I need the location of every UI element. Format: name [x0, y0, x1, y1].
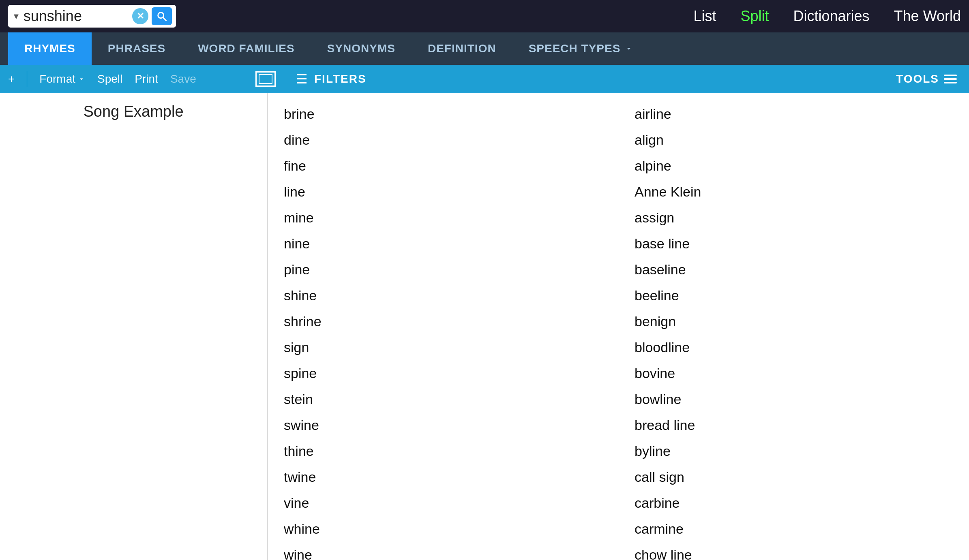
- rhyme-item[interactable]: wine: [284, 542, 602, 560]
- rhyme-item[interactable]: base line: [635, 231, 953, 257]
- editor-panel: Song Example: [0, 93, 268, 560]
- rhyme-item[interactable]: assign: [635, 205, 953, 231]
- spell-button[interactable]: Spell: [97, 73, 122, 85]
- tab-definition[interactable]: DEFINITION: [412, 32, 512, 65]
- rhyme-item[interactable]: shrine: [284, 309, 602, 335]
- tools-menu-icon[interactable]: [944, 75, 957, 83]
- rhyme-item[interactable]: chow line: [635, 542, 953, 560]
- tab-synonyms[interactable]: SYNONYMS: [311, 32, 412, 65]
- tab-speech-types[interactable]: SPEECH TYPES: [512, 32, 650, 65]
- toolbar-row: + Format Spell Print Save ☰ FILTERS TOOL…: [0, 65, 969, 93]
- rhymes-panel: brinedinefinelinemineninepineshineshrine…: [268, 93, 969, 560]
- tab-rhymes[interactable]: RHYMES: [8, 32, 92, 65]
- rhyme-item[interactable]: dine: [284, 127, 602, 153]
- save-button[interactable]: Save: [170, 73, 196, 85]
- rhyme-item[interactable]: bowline: [635, 387, 953, 413]
- print-button[interactable]: Print: [135, 73, 158, 85]
- filters-toolbar: ☰ FILTERS TOOLS: [284, 65, 969, 93]
- tools-button[interactable]: TOOLS: [896, 73, 957, 85]
- rhyme-item[interactable]: align: [635, 127, 953, 153]
- rhyme-item[interactable]: spine: [284, 361, 602, 387]
- rhyme-item[interactable]: byline: [635, 438, 953, 464]
- tools-label-text: TOOLS: [896, 73, 939, 85]
- rhyme-item[interactable]: nine: [284, 231, 602, 257]
- rhyme-item[interactable]: carbine: [635, 490, 953, 516]
- rhyme-item[interactable]: twine: [284, 464, 602, 490]
- rhymes-list: brinedinefinelinemineninepineshineshrine…: [268, 93, 969, 560]
- add-button[interactable]: +: [8, 73, 15, 85]
- nav-dictionaries[interactable]: Dictionaries: [793, 8, 870, 25]
- nav-split[interactable]: Split: [740, 8, 769, 25]
- rhyme-item[interactable]: fine: [284, 153, 602, 179]
- toolbar-separator-1: [27, 71, 27, 87]
- rhyme-item[interactable]: pine: [284, 257, 602, 283]
- editor-toolbar: + Format Spell Print Save: [0, 65, 284, 93]
- rhyme-item[interactable]: call sign: [635, 464, 953, 490]
- rhymes-col-2: airlinealignalpineAnne Kleinassignbase l…: [618, 101, 969, 560]
- rhyme-item[interactable]: airline: [635, 101, 953, 127]
- rhyme-item[interactable]: bloodline: [635, 335, 953, 361]
- rhyme-item[interactable]: carmine: [635, 516, 953, 542]
- filters-menu-icon[interactable]: ☰: [296, 71, 308, 87]
- rhyme-item[interactable]: Anne Klein: [635, 179, 953, 205]
- rhyme-item[interactable]: bread line: [635, 413, 953, 438]
- rhyme-item[interactable]: sign: [284, 335, 602, 361]
- rhyme-item[interactable]: bovine: [635, 361, 953, 387]
- rhyme-item[interactable]: alpine: [635, 153, 953, 179]
- search-button[interactable]: [152, 7, 172, 25]
- nav-the-world[interactable]: The World: [894, 8, 961, 25]
- rhyme-item[interactable]: brine: [284, 101, 602, 127]
- tab-speech-types-label: SPEECH TYPES: [529, 42, 621, 55]
- top-nav-links: List Split Dictionaries The World: [693, 8, 961, 25]
- svg-line-1: [163, 17, 166, 21]
- search-dropdown-icon[interactable]: ▼: [12, 12, 20, 21]
- frame-icon-inner: [259, 74, 272, 84]
- format-button[interactable]: Format: [39, 73, 85, 85]
- tab-phrases[interactable]: PHRASES: [92, 32, 182, 65]
- toolbar-left: + Format Spell Print Save: [8, 71, 276, 87]
- tab-word-families[interactable]: WORD FAMILIES: [182, 32, 311, 65]
- main-content: Song Example brinedinefinelinemineninepi…: [0, 93, 969, 560]
- rhyme-item[interactable]: mine: [284, 205, 602, 231]
- rhyme-item[interactable]: baseline: [635, 257, 953, 283]
- rhyme-item[interactable]: whine: [284, 516, 602, 542]
- rhymes-col-1: brinedinefinelinemineninepineshineshrine…: [268, 101, 618, 560]
- rhyme-item[interactable]: stein: [284, 387, 602, 413]
- search-input[interactable]: [24, 8, 129, 25]
- search-wrapper: ▼ ✕: [8, 5, 176, 28]
- editor-body[interactable]: [0, 127, 267, 560]
- rhyme-item[interactable]: vine: [284, 490, 602, 516]
- filters-label: FILTERS: [314, 73, 367, 85]
- editor-title: Song Example: [0, 93, 267, 127]
- rhyme-item[interactable]: line: [284, 179, 602, 205]
- rhyme-item[interactable]: beeline: [635, 283, 953, 309]
- top-nav: ▼ ✕ List Split Dictionaries The World: [0, 0, 969, 32]
- tabs-bar: RHYMES PHRASES WORD FAMILIES SYNONYMS DE…: [0, 32, 969, 65]
- nav-list[interactable]: List: [693, 8, 716, 25]
- search-clear-button[interactable]: ✕: [132, 8, 148, 24]
- rhyme-item[interactable]: swine: [284, 413, 602, 438]
- rhyme-item[interactable]: shine: [284, 283, 602, 309]
- rhyme-item[interactable]: thine: [284, 438, 602, 464]
- rhyme-item[interactable]: benign: [635, 309, 953, 335]
- frame-view-button[interactable]: [255, 71, 276, 87]
